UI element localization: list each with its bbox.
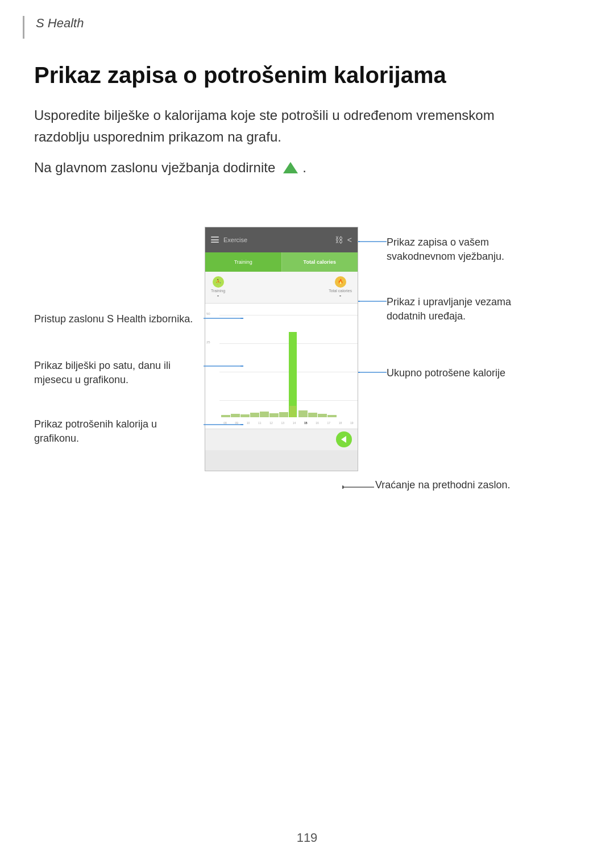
x-label-4: 11 [254,421,265,425]
bar-6 [269,413,279,417]
bar-highlight [289,332,297,417]
ann-chart-line [204,366,243,367]
annotation-menu: Pristup zaslonu S Health izbornika. [34,312,193,326]
y-label-mid: 25 [206,340,210,344]
annotation-chart-view: Prikaz bilješki po satu, danu ilimjesecu… [34,359,171,387]
bar-7 [279,412,288,417]
tab-training[interactable]: Training [205,252,282,272]
page-number: 119 [297,830,318,845]
app-name-label: S Health [36,16,84,39]
x-label-12: 19 [346,421,358,425]
y-label-high: 50 [206,312,210,315]
app-topbar: Exercise ⛓ < [205,227,358,252]
ann-total-cal-text: Ukupno potrošene kalorije [387,367,505,379]
app-tabbar: Training Total calories [205,252,358,272]
annotation-devices: Prikaz i upravljanje vezamadodatnih uređ… [387,295,511,323]
ann-back-line [342,483,376,492]
stat-training: ⛹ Training - [211,276,225,298]
calories-label: Total calories [329,289,352,293]
bar-4 [250,413,259,417]
share-icon: < [347,235,352,244]
calories-icon: 🔥 [335,276,346,288]
ann-daily-line [358,241,388,242]
link-icon: ⛓ [335,235,343,244]
stat-calories: 🔥 Total calories - [329,276,352,298]
training-icon: ⛹ [213,276,224,288]
ann-menu-text: Pristup zaslonu S Health izbornika. [34,313,193,325]
ann-daily-text: Prikaz zapisa o vašemsvakodnevnom vježba… [387,236,504,262]
ann-menu-line [204,318,243,319]
diagram-area: Exercise ⛓ < Training Total calories ⛹ T… [34,204,580,591]
x-label-11: 18 [335,421,346,425]
ann-cal-chart-line [204,424,243,425]
annotation-daily: Prikaz zapisa o vašemsvakodnevnom vježba… [387,235,504,264]
phone-mockup: Exercise ⛓ < Training Total calories ⛹ T… [205,227,358,471]
x-label-9: 16 [312,421,323,425]
ann-calories-chart-text: Prikaz potrošenih kalorija ugrafikonu. [34,418,157,444]
bar-10 [308,413,317,417]
ann-back-text: Vraćanje na prethodni zaslon. [375,479,511,491]
annotation-back: Vraćanje na prethodni zaslon. [375,478,511,492]
x-label-6: 13 [277,421,288,425]
back-arrow-icon [341,436,346,443]
annotation-calories-chart: Prikaz potrošenih kalorija ugrafikonu. [34,417,157,446]
svg-point-3 [240,366,243,367]
ann-chart-view-text: Prikaz bilješki po satu, danu ilimjesecu… [34,360,171,385]
annotation-total-cal: Ukupno potrošene kalorije [387,366,505,380]
back-button[interactable] [336,431,352,447]
grid-line-top [219,315,358,315]
page-instruction: Na glavnom zaslonu vježbanja dodirnite . [34,160,580,176]
ann-devices-text: Prikaz i upravljanje vezamadodatnih uređ… [387,296,511,322]
page-description: Usporedite bilješke o kalorijama koje st… [34,105,500,148]
calories-value: - [329,293,352,298]
ann-devices-line [358,301,388,302]
training-label: Training [211,289,225,293]
svg-point-5 [240,424,243,425]
triangle-icon [283,162,298,173]
menu-icon [211,236,219,244]
page-title: Prikaz zapisa o potrošenim kalorijama [34,61,580,89]
svg-point-1 [240,318,243,319]
topbar-title: Exercise [223,236,330,243]
x-axis: 08 09 10 11 12 13 14 15 16 17 18 19 [219,417,358,429]
app-stats: ⛹ Training - 🔥 Total calories - [205,272,358,304]
x-label-10: 17 [323,421,334,425]
bar-5 [260,412,269,417]
x-label-5: 12 [265,421,277,425]
x-label-8: 15 [300,421,312,425]
x-label-7: 14 [289,421,300,425]
tab-total-calories[interactable]: Total calories [282,252,358,272]
ann-total-cal-line [358,372,388,373]
secondary-bar [289,406,296,417]
bar-9 [298,410,308,417]
training-value: - [211,293,225,298]
app-bottombar [205,429,358,450]
x-label-3: 10 [243,421,254,425]
